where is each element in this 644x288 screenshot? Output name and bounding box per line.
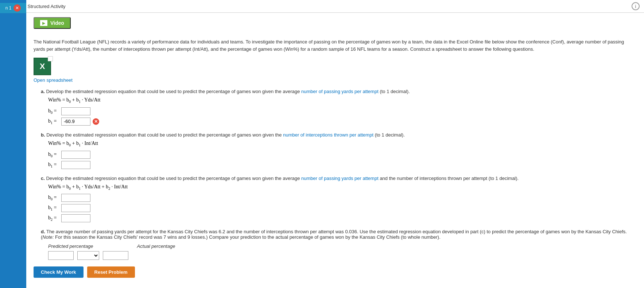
- b2-input-c[interactable]: [61, 214, 90, 222]
- video-icon: ▶: [40, 20, 47, 26]
- b2-label-c: b2 =: [48, 215, 59, 222]
- b1-input-c[interactable]: [61, 204, 90, 212]
- reset-problem-button[interactable]: Reset Problem: [87, 266, 135, 278]
- input-row-c-b0: b0 =: [48, 194, 637, 202]
- check-my-work-button[interactable]: Check My Work: [34, 266, 84, 278]
- sidebar-spacer: [0, 15, 26, 26]
- question-c-label: c. Develop the estimated regression equa…: [41, 176, 637, 181]
- open-spreadsheet-link[interactable]: Open spreadsheet: [34, 77, 73, 83]
- question-b-label: b. Develop the estimated regression equa…: [41, 132, 637, 138]
- prediction-labels: Predicted percentage Actual percentage: [48, 243, 637, 249]
- b0-input-c[interactable]: [61, 194, 90, 202]
- b1-error-icon-a[interactable]: ✕: [93, 118, 99, 125]
- question-a-letter: a.: [41, 89, 45, 94]
- question-b-letter: b.: [41, 132, 45, 138]
- comparison-select[interactable]: ≈ < > ≤ ≥: [77, 251, 99, 260]
- excel-link-section: X Open spreadsheet: [34, 58, 637, 83]
- actual-percentage-input[interactable]: [103, 251, 128, 260]
- question-b-text: Develop the estimated regression equatio…: [46, 132, 405, 138]
- b1-input-b[interactable]: [61, 161, 90, 169]
- input-row-a-b1: b1 = ✕: [48, 118, 637, 126]
- question-d-section: d. The average number of passing yards p…: [34, 229, 637, 260]
- question-a-label: a. Develop the estimated regression equa…: [41, 89, 637, 94]
- b1-label-b: b1 =: [48, 162, 59, 168]
- main-content: ▶ Video The National Football League (NF…: [26, 13, 644, 288]
- question-d-label: d. The average number of passing yards p…: [41, 229, 637, 240]
- sidebar-close-button[interactable]: ✕: [13, 4, 21, 12]
- input-row-b-b1: b1 =: [48, 161, 637, 169]
- b0-input-a[interactable]: [61, 107, 90, 115]
- question-d-letter: d.: [41, 229, 45, 234]
- question-c-letter: c.: [41, 176, 45, 181]
- left-sidebar: n 1 ✕: [0, 0, 26, 288]
- input-row-a-b0: b0 =: [48, 107, 637, 115]
- title-bar: soft Excel: Structured Activity i: [0, 0, 644, 13]
- predicted-percentage-label: Predicted percentage: [48, 243, 93, 249]
- equation-a: Win% = b0 + b1 · Yds/Att: [48, 97, 637, 104]
- question-a-section: a. Develop the estimated regression equa…: [34, 89, 637, 126]
- equation-c: Win% = b0 + b1 · Yds/Att + b2 · Int/Att: [48, 184, 637, 191]
- b0-input-b[interactable]: [61, 151, 90, 159]
- question-d-text: The average number of passing yards per …: [41, 229, 627, 240]
- sidebar-tab-label[interactable]: n 1: [5, 5, 12, 11]
- excel-page-corner: [48, 56, 53, 61]
- b0-label-b: b0 =: [48, 151, 59, 158]
- b0-label-c: b0 =: [48, 195, 59, 201]
- bottom-buttons: Check My Work Reset Problem: [34, 266, 637, 278]
- input-row-b-b0: b0 =: [48, 151, 637, 159]
- question-c-text: Develop the estimated regression equatio…: [46, 176, 519, 181]
- description-text: The National Football League (NFL) recor…: [34, 38, 637, 53]
- prediction-inputs: ≈ < > ≤ ≥: [48, 251, 637, 260]
- question-b-section: b. Develop the estimated regression equa…: [34, 132, 637, 169]
- equation-b: Win% = b0 + b1 · Int/Att: [48, 141, 637, 147]
- info-icon[interactable]: i: [632, 2, 640, 10]
- video-button[interactable]: ▶ Video: [34, 17, 71, 29]
- b0-label-a: b0 =: [48, 108, 59, 115]
- prediction-section: Predicted percentage Actual percentage ≈…: [41, 243, 637, 260]
- question-c-section: c. Develop the estimated regression equa…: [34, 176, 637, 223]
- input-row-c-b1: b1 =: [48, 204, 637, 212]
- question-a-text: Develop the estimated regression equatio…: [46, 89, 410, 94]
- b1-input-a[interactable]: [61, 118, 90, 126]
- input-row-c-b2: b2 =: [48, 214, 637, 222]
- b1-label-c: b1 =: [48, 205, 59, 211]
- predicted-percentage-input[interactable]: [48, 251, 74, 260]
- actual-percentage-label: Actual percentage: [137, 243, 175, 249]
- b1-label-a: b1 =: [48, 118, 59, 125]
